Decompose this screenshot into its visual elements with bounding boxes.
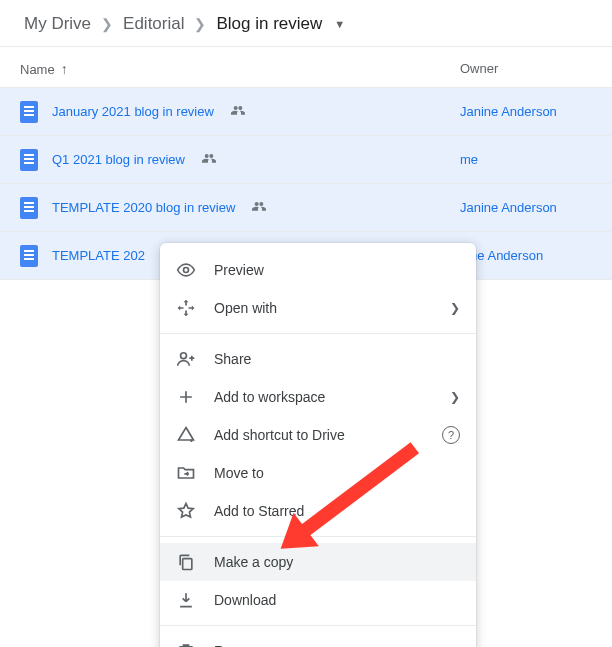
menu-label: Download (214, 592, 460, 608)
menu-label: Preview (214, 262, 460, 278)
shared-icon (251, 198, 267, 217)
file-owner: Janine Anderson (460, 200, 592, 215)
table-header: Name ↑ Owner (0, 47, 612, 88)
svg-rect-8 (183, 559, 192, 570)
column-header-name[interactable]: Name ↑ (20, 61, 460, 77)
menu-label: Add shortcut to Drive (214, 427, 424, 443)
download-icon (176, 590, 196, 610)
table-row[interactable]: Q1 2021 blog in review me (0, 136, 612, 184)
menu-item-remove[interactable]: Remove (160, 632, 476, 647)
menu-label: Remove (214, 643, 460, 647)
file-name: Q1 2021 blog in review (52, 152, 185, 167)
menu-separator (160, 625, 476, 626)
sort-ascending-icon: ↑ (61, 61, 68, 77)
docs-icon (20, 245, 38, 267)
svg-point-2 (205, 154, 209, 158)
context-menu: Preview Open with ❯ Share Add to workspa… (160, 243, 476, 647)
dropdown-icon[interactable]: ▼ (334, 18, 345, 30)
menu-label: Open with (214, 300, 432, 316)
menu-label: Add to workspace (214, 389, 432, 405)
menu-label: Add to Starred (214, 503, 460, 519)
copy-icon (176, 552, 196, 572)
menu-item-move-to[interactable]: Move to (160, 454, 476, 492)
chevron-right-icon: ❯ (450, 390, 460, 404)
menu-separator (160, 536, 476, 537)
column-label: Name (20, 62, 55, 77)
breadcrumb-item[interactable]: Editorial (119, 12, 188, 36)
menu-separator (160, 333, 476, 334)
menu-label: Move to (214, 465, 460, 481)
file-owner: nine Anderson (460, 248, 592, 263)
menu-item-make-copy[interactable]: Make a copy (160, 543, 476, 581)
trash-icon (176, 641, 196, 647)
column-header-owner[interactable]: Owner (460, 61, 592, 77)
menu-item-add-shortcut[interactable]: Add shortcut to Drive ? (160, 416, 476, 454)
menu-item-open-with[interactable]: Open with ❯ (160, 289, 476, 327)
svg-point-4 (255, 202, 259, 206)
svg-point-5 (260, 202, 264, 206)
folder-move-icon (176, 463, 196, 483)
shared-icon (230, 102, 246, 121)
file-owner: Janine Anderson (460, 104, 592, 119)
svg-point-0 (234, 106, 238, 110)
chevron-right-icon: ❯ (194, 16, 206, 32)
menu-item-add-starred[interactable]: Add to Starred (160, 492, 476, 530)
help-icon[interactable]: ? (442, 426, 460, 444)
breadcrumb-item[interactable]: My Drive (20, 12, 95, 36)
breadcrumb-item-current[interactable]: Blog in review (212, 12, 326, 36)
menu-label: Make a copy (214, 554, 460, 570)
table-row[interactable]: January 2021 blog in review Janine Ander… (0, 88, 612, 136)
menu-item-preview[interactable]: Preview (160, 251, 476, 289)
menu-item-share[interactable]: Share (160, 340, 476, 378)
file-owner: me (460, 152, 592, 167)
docs-icon (20, 101, 38, 123)
table-row[interactable]: TEMPLATE 2020 blog in review Janine Ande… (0, 184, 612, 232)
person-add-icon (176, 349, 196, 369)
svg-point-6 (184, 268, 189, 273)
file-name: TEMPLATE 2020 blog in review (52, 200, 235, 215)
shared-icon (201, 150, 217, 169)
open-with-icon (176, 298, 196, 318)
file-name: TEMPLATE 202 (52, 248, 145, 263)
chevron-right-icon: ❯ (450, 301, 460, 315)
star-icon (176, 501, 196, 521)
menu-item-download[interactable]: Download (160, 581, 476, 619)
svg-point-7 (181, 353, 187, 359)
menu-label: Share (214, 351, 460, 367)
file-name: January 2021 blog in review (52, 104, 214, 119)
menu-item-add-workspace[interactable]: Add to workspace ❯ (160, 378, 476, 416)
docs-icon (20, 197, 38, 219)
svg-point-1 (238, 106, 242, 110)
drive-shortcut-icon (176, 425, 196, 445)
plus-icon (176, 387, 196, 407)
chevron-right-icon: ❯ (101, 16, 113, 32)
docs-icon (20, 149, 38, 171)
svg-point-3 (209, 154, 213, 158)
breadcrumb: My Drive ❯ Editorial ❯ Blog in review ▼ (0, 0, 612, 47)
eye-icon (176, 260, 196, 280)
